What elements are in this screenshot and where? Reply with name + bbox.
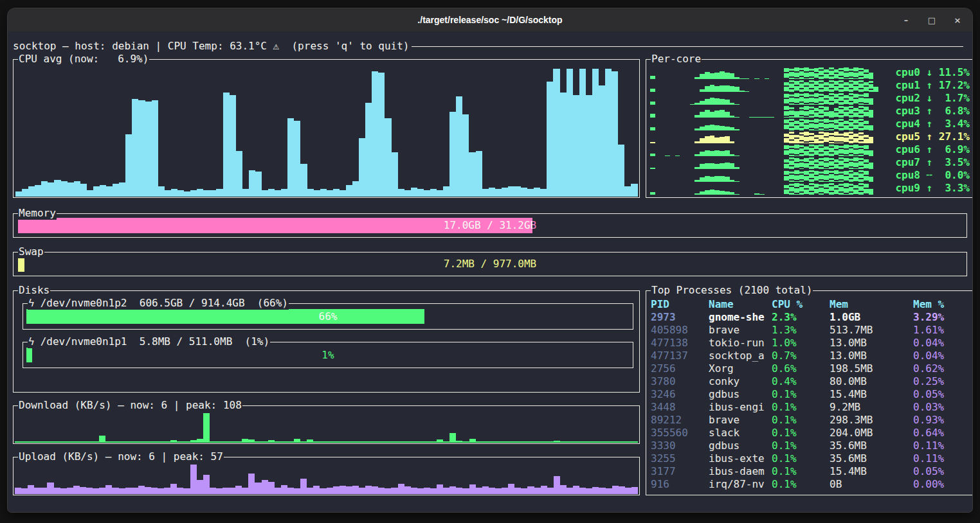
chart-bar xyxy=(858,106,864,118)
chart-bar xyxy=(849,80,854,92)
chart-bar xyxy=(834,107,839,118)
chart-bar xyxy=(710,112,715,118)
chart-bar xyxy=(482,441,489,443)
chart-bar xyxy=(93,186,100,197)
chart-bar xyxy=(385,118,391,197)
chart-bar xyxy=(714,164,720,169)
chart-bar xyxy=(824,170,829,182)
chart-bar xyxy=(799,184,804,195)
window-title: ./target/release/soc ~/D/G/socktop xyxy=(417,15,562,25)
chart-bar xyxy=(809,120,814,130)
core-sparkline-cpu8 xyxy=(650,170,878,182)
chart-bar xyxy=(320,488,326,494)
chart-bar xyxy=(650,76,655,79)
chart-bar xyxy=(844,82,849,92)
chart-bar xyxy=(799,159,804,169)
process-cell-cpu: 0.1% xyxy=(772,465,830,478)
chart-bar xyxy=(248,474,255,494)
chart-bar xyxy=(714,73,720,79)
process-cell-pid: 355560 xyxy=(651,427,709,439)
process-cell-cpu: 0.1% xyxy=(772,427,830,439)
chart-bar xyxy=(320,441,326,443)
chart-bar xyxy=(281,189,287,197)
chart-bar xyxy=(443,488,449,494)
chart-bar xyxy=(547,441,554,443)
chart-bar xyxy=(804,171,809,182)
chart-bar xyxy=(804,120,809,130)
chart-bar xyxy=(789,184,794,195)
chart-bar xyxy=(554,441,560,443)
process-cell-name: gnome-she xyxy=(709,311,772,324)
chart-bar xyxy=(745,78,750,79)
chart-bar xyxy=(100,185,106,197)
chart-bar xyxy=(799,132,804,143)
swap-gauge-fill xyxy=(18,256,24,272)
chart-bar xyxy=(705,163,710,169)
chart-bar xyxy=(560,93,567,197)
chart-bar xyxy=(158,441,164,443)
chart-bar xyxy=(730,73,735,79)
core-row-cpu6: cpu6 ↑ 6.9% xyxy=(650,143,970,156)
chart-bar xyxy=(804,146,809,156)
chart-bar xyxy=(93,488,99,494)
chart-bar xyxy=(320,189,327,197)
chart-bar xyxy=(567,488,573,494)
chart-bar xyxy=(443,186,449,197)
chart-bar xyxy=(853,81,858,92)
chart-bar xyxy=(41,441,47,443)
chart-bar xyxy=(869,189,874,195)
chart-bar xyxy=(720,85,725,92)
process-cell-name: slack xyxy=(709,427,772,439)
chart-bar xyxy=(824,107,829,118)
window-titlebar[interactable]: ./target/release/soc ~/D/G/socktop – □ × xyxy=(8,8,972,31)
chart-bar xyxy=(592,487,599,494)
chart-bar xyxy=(765,78,770,79)
chart-bar xyxy=(710,125,715,130)
chart-bar xyxy=(730,127,735,130)
chart-bar xyxy=(346,486,352,494)
chart-bar xyxy=(80,184,87,197)
chart-bar xyxy=(814,81,819,92)
chart-bar xyxy=(476,151,482,197)
chart-bar xyxy=(275,488,281,494)
chart-bar xyxy=(573,95,579,197)
chart-bar xyxy=(834,81,839,92)
chart-bar xyxy=(705,99,710,105)
chart-bar xyxy=(15,191,22,197)
chart-bar xyxy=(300,479,307,494)
minimize-button[interactable]: – xyxy=(902,15,911,25)
chart-bar xyxy=(794,120,799,130)
chart-bar xyxy=(41,488,47,494)
chart-bar xyxy=(784,145,789,156)
chart-bar xyxy=(73,441,80,443)
chart-bar xyxy=(294,488,300,494)
chart-bar xyxy=(197,189,203,197)
maximize-button[interactable]: □ xyxy=(927,15,936,25)
chart-bar xyxy=(700,191,705,195)
close-button[interactable]: × xyxy=(953,15,962,25)
chart-bar xyxy=(68,182,74,197)
process-cell-memp: 0.93% xyxy=(913,414,970,427)
process-cell-name: gdbus xyxy=(709,439,772,452)
terminal-screen[interactable]: socktop — host: debian | CPU Temp: 63.1°… xyxy=(8,31,972,512)
chart-bar xyxy=(700,177,705,182)
chart-bar xyxy=(67,441,73,443)
process-cell-pid: 89212 xyxy=(651,414,709,427)
chart-bar xyxy=(495,189,502,197)
chart-bar xyxy=(190,440,197,443)
process-cell-cpu: 0.1% xyxy=(772,439,830,452)
chart-bar xyxy=(804,82,809,92)
chart-bar xyxy=(242,488,248,494)
cpu-avg-chart xyxy=(15,66,637,197)
chart-bar xyxy=(730,154,735,156)
process-cell-name: gdbus xyxy=(709,388,772,401)
chart-bar xyxy=(105,441,112,443)
chart-bar xyxy=(734,194,740,195)
chart-bar xyxy=(183,441,190,443)
chart-bar xyxy=(720,99,725,105)
chart-bar xyxy=(714,150,720,156)
chart-bar xyxy=(514,186,521,197)
chart-bar xyxy=(462,114,469,197)
chart-bar xyxy=(28,485,34,494)
chart-bar xyxy=(145,441,151,443)
